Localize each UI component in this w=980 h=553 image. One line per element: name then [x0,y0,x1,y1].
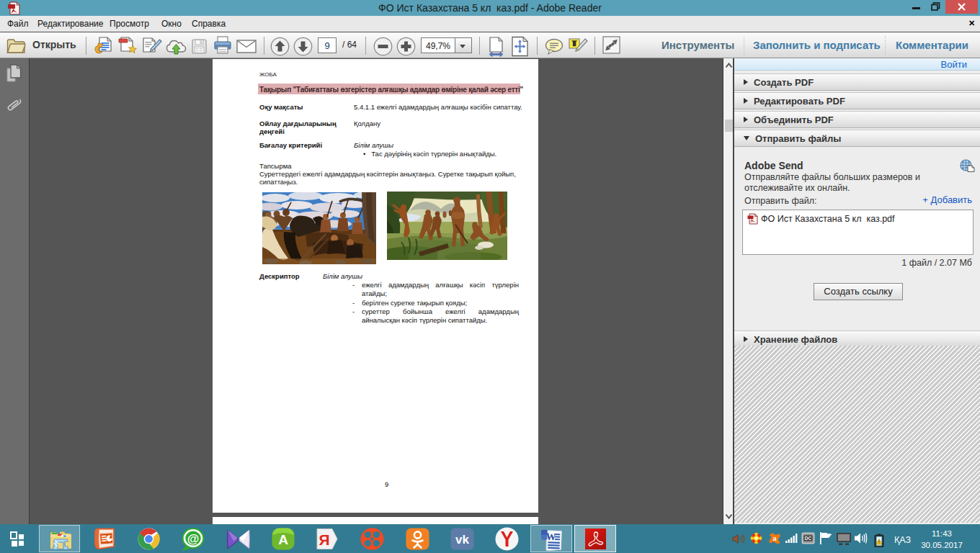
svg-text:DC: DC [805,536,812,541]
svg-text:vk: vk [455,533,469,547]
svg-text:!: ! [878,540,880,544]
svg-text:W: W [545,531,556,542]
svg-text:Я: Я [318,531,329,548]
svg-text:A: A [278,532,288,547]
svg-text:@: @ [187,532,200,546]
